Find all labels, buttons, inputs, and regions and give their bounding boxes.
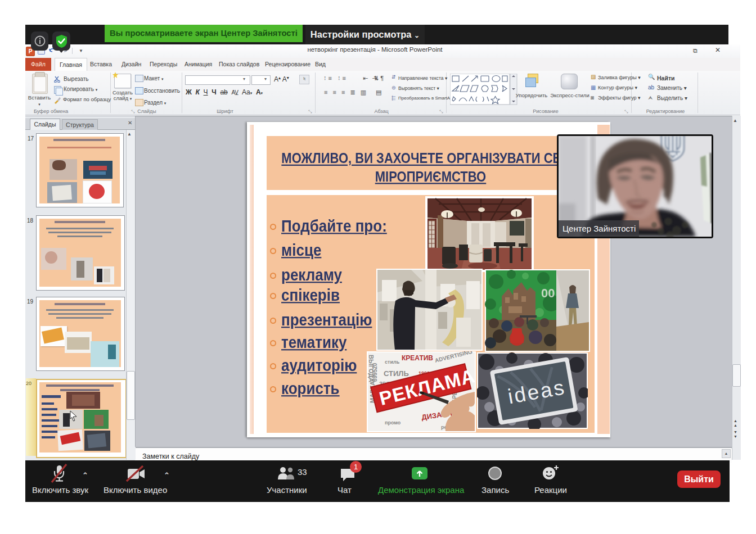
svg-text:промо: промо [385,420,401,426]
svg-text:00: 00 [541,286,555,300]
svg-text:Центер Зайнятості: Центер Зайнятості [562,224,636,233]
svg-text:стиль: стиль [385,359,400,365]
svg-text:КРЕАТИВ: КРЕАТИВ [402,354,433,362]
svg-text:СТИЛЬ: СТИЛЬ [384,369,409,378]
svg-text:899520: 899520 [372,363,378,382]
